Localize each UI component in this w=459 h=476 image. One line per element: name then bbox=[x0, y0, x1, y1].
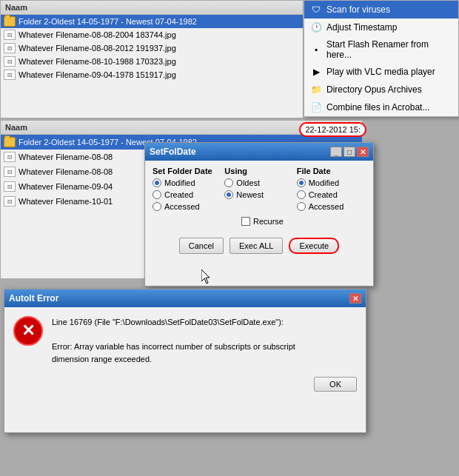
folder-icon bbox=[4, 137, 16, 147]
folder-icon bbox=[4, 16, 16, 27]
titlebar-controls: _ □ ✕ bbox=[330, 147, 369, 157]
file-name: Whatever Filename-08-08 bbox=[19, 152, 113, 161]
image-icon: 🖼 bbox=[4, 56, 16, 67]
file-name: Folder 2-Oldest 14-05-1977 - Newest 07-0… bbox=[19, 17, 197, 26]
file-name: Whatever Filename-08-08-2012 191937.jpg bbox=[19, 44, 176, 53]
sfd-modified-label: Modified bbox=[164, 178, 195, 187]
file-date-col: File Date Modified Created Accessed bbox=[297, 167, 366, 214]
image-icon: 🖼 bbox=[4, 196, 16, 207]
explorer-top-window: Naam Folder 2-Oldest 14-05-1977 - Newest… bbox=[0, 0, 304, 118]
file-name: Whatever Filename-10-01 bbox=[19, 197, 113, 206]
using-col: Using Oldest Newest bbox=[224, 167, 293, 214]
fd-accessed-radio[interactable] bbox=[297, 202, 306, 211]
context-menu-item[interactable]: ▪Start Flash Renamer from here... bbox=[304, 36, 458, 63]
sfd-modified-row: Modified bbox=[153, 178, 221, 187]
using-newest-label: Newest bbox=[236, 190, 264, 199]
explorer-top-file-row[interactable]: 🖼Whatever Filename-08-08-2012 191937.jpg bbox=[1, 41, 303, 55]
context-menu-item[interactable]: 📄Combine files in Acrobat... bbox=[304, 98, 458, 116]
recurse-label: Recurse bbox=[253, 217, 284, 226]
file-name: Whatever Filename-08-10-1988 170323.jpg bbox=[19, 57, 176, 66]
setfoldate-titlebar: SetFolDate _ □ ✕ bbox=[145, 143, 373, 161]
image-icon: 🖼 bbox=[4, 70, 16, 80]
dialog-footer: Recurse bbox=[153, 214, 366, 229]
explorer-mid-header-label: Naam bbox=[5, 123, 27, 132]
sfd-created-label: Created bbox=[164, 190, 193, 199]
error-icon: ✕ bbox=[13, 316, 43, 346]
exec-all-button[interactable]: Exec ALL bbox=[230, 238, 283, 254]
context-menu-label: Play with VLC media player bbox=[326, 67, 435, 77]
autoit-ok-row: OK bbox=[4, 374, 366, 398]
fd-created-row: Created bbox=[297, 190, 366, 199]
image-icon: 🖼 bbox=[4, 152, 16, 162]
using-newest-radio[interactable] bbox=[224, 190, 233, 199]
dialog-buttons: Cancel Exec ALL Execute bbox=[145, 235, 373, 260]
date-badge: 22-12-2012 15: bbox=[299, 122, 366, 137]
image-icon: 🖼 bbox=[4, 181, 16, 192]
play-icon: ▶ bbox=[310, 66, 322, 78]
autoit-body: ✕ Line 16769 (File "F:\Downloads\SetFolD… bbox=[4, 307, 366, 374]
execute-button[interactable]: Execute bbox=[289, 238, 339, 254]
explorer-top-file-row[interactable]: Folder 2-Oldest 14-05-1977 - Newest 07-0… bbox=[1, 15, 303, 28]
file-name: Whatever Filename-08-08-2004 183744.jpg bbox=[19, 30, 176, 39]
image-icon: 🖼 bbox=[4, 30, 16, 40]
sfd-accessed-row: Accessed bbox=[153, 202, 221, 211]
fd-modified-label: Modified bbox=[309, 178, 340, 187]
file-name: Whatever Filename-09-04-1978 151917.jpg bbox=[19, 70, 176, 79]
image-icon: 🖼 bbox=[4, 167, 16, 177]
set-folder-date-header: Set Folder Date bbox=[153, 167, 221, 175]
setfoldate-title: SetFolDate bbox=[150, 147, 196, 157]
restore-button[interactable]: □ bbox=[344, 147, 355, 157]
sfd-created-row: Created bbox=[153, 190, 221, 199]
context-menu-item[interactable]: 🛡Scan for viruses bbox=[304, 1, 458, 19]
autoit-message: Line 16769 (File "F:\Downloads\SetFolDat… bbox=[52, 316, 357, 365]
sfd-accessed-radio[interactable] bbox=[153, 202, 161, 211]
fd-created-radio[interactable] bbox=[297, 190, 306, 199]
context-menu: 🛡Scan for viruses🕐Adjust Timestamp▪Start… bbox=[304, 0, 459, 117]
explorer-top-file-row[interactable]: 🖼Whatever Filename-08-10-1988 170323.jpg bbox=[1, 55, 303, 68]
dialog-columns: Set Folder Date Modified Created Accesse… bbox=[153, 167, 366, 214]
context-menu-label: Directory Opus Archives bbox=[326, 84, 422, 95]
fd-modified-radio[interactable] bbox=[297, 178, 306, 187]
autoit-ok-button[interactable]: OK bbox=[314, 377, 357, 392]
fd-accessed-row: Accessed bbox=[297, 202, 366, 211]
set-folder-date-col: Set Folder Date Modified Created Accesse… bbox=[153, 167, 221, 214]
minimize-button[interactable]: _ bbox=[330, 147, 342, 157]
clock-icon: 🕐 bbox=[310, 21, 322, 33]
autoit-line1: Line 16769 (File "F:\Downloads\SetFolDat… bbox=[52, 316, 357, 329]
recurse-checkbox[interactable] bbox=[241, 217, 250, 226]
shield-icon: 🛡 bbox=[310, 4, 322, 16]
fd-created-label: Created bbox=[309, 190, 338, 199]
acrobat-icon: 📄 bbox=[310, 101, 322, 113]
sfd-modified-radio[interactable] bbox=[153, 178, 161, 187]
cancel-button[interactable]: Cancel bbox=[179, 238, 224, 254]
file-name: Whatever Filename-09-04 bbox=[19, 182, 113, 191]
explorer-top-header-label: Naam bbox=[5, 3, 27, 12]
close-button[interactable]: ✕ bbox=[357, 147, 369, 157]
context-menu-item[interactable]: ▶Play with VLC media player bbox=[304, 63, 458, 81]
context-menu-label: Scan for viruses bbox=[326, 4, 390, 15]
explorer-top-file-row[interactable]: 🖼Whatever Filename-09-04-1978 151917.jpg bbox=[1, 68, 303, 81]
context-menu-label: Start Flash Renamer from here... bbox=[326, 39, 452, 60]
context-menu-label: Adjust Timestamp bbox=[326, 22, 397, 33]
explorer-top-file-row[interactable]: 🖼Whatever Filename-08-08-2004 183744.jpg bbox=[1, 28, 303, 41]
autoit-titlebar: AutoIt Error ✕ bbox=[4, 289, 366, 307]
using-newest-row: Newest bbox=[224, 190, 293, 199]
recurse-row: Recurse bbox=[241, 217, 284, 226]
sfd-created-radio[interactable] bbox=[153, 190, 161, 199]
context-menu-item[interactable]: 📁Directory Opus Archives bbox=[304, 81, 458, 98]
rename-icon: ▪ bbox=[310, 44, 322, 56]
using-oldest-radio[interactable] bbox=[224, 178, 233, 187]
setfoldate-body: Set Folder Date Modified Created Accesse… bbox=[145, 161, 373, 235]
autoit-dialog: AutoIt Error ✕ ✕ Line 16769 (File "F:\Do… bbox=[4, 289, 366, 433]
using-oldest-row: Oldest bbox=[224, 178, 293, 187]
autoit-close-button[interactable]: ✕ bbox=[349, 293, 361, 304]
context-menu-label: Combine files in Acrobat... bbox=[326, 102, 429, 113]
autoit-titlebar-controls: ✕ bbox=[349, 293, 361, 304]
using-oldest-label: Oldest bbox=[236, 178, 260, 187]
explorer-top-header: Naam bbox=[1, 1, 303, 15]
setfoldate-dialog: SetFolDate _ □ ✕ Set Folder Date Modifie… bbox=[144, 142, 374, 286]
fd-accessed-label: Accessed bbox=[309, 202, 344, 211]
autoit-line2: Error: Array variable has incorrect numb… bbox=[52, 341, 357, 365]
context-menu-item[interactable]: 🕐Adjust Timestamp bbox=[304, 19, 458, 36]
file-name: Whatever Filename-08-08 bbox=[19, 167, 113, 176]
